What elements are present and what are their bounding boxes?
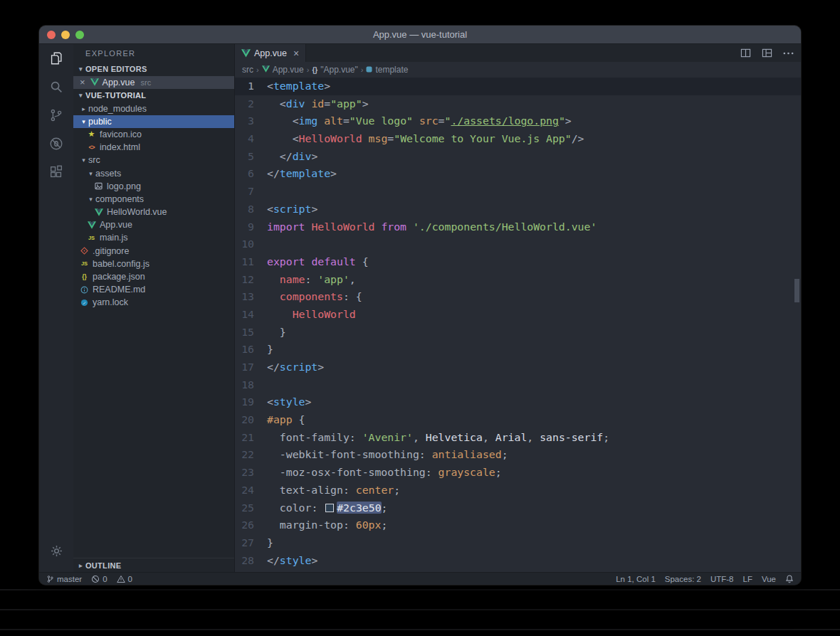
close-window-button[interactable] bbox=[47, 31, 56, 39]
minimize-window-button[interactable] bbox=[61, 31, 70, 39]
code-line-26[interactable]: 26 margin-top: 60px; bbox=[235, 516, 801, 534]
tree-item-package.json[interactable]: {}package.json bbox=[73, 270, 234, 283]
tree-item-.gitignore[interactable]: .gitignore bbox=[73, 245, 234, 258]
tree-item-main.js[interactable]: JSmain.js bbox=[73, 231, 234, 244]
line-number[interactable]: 22 bbox=[235, 446, 267, 464]
tree-item-babel.config.js[interactable]: JSbabel.config.js bbox=[73, 258, 234, 270]
activity-extensions[interactable] bbox=[39, 159, 73, 188]
tree-item-src[interactable]: ▾src bbox=[73, 154, 234, 166]
breadcrumb-app.vue[interactable]: {}"App.vue" bbox=[312, 65, 357, 75]
tree-item-README.md[interactable]: README.md bbox=[73, 283, 234, 296]
more-actions-icon[interactable] bbox=[783, 52, 794, 55]
tree-item-assets[interactable]: ▾assets bbox=[73, 166, 234, 179]
split-editor-icon[interactable] bbox=[740, 48, 751, 58]
code-line-11[interactable]: 11export default { bbox=[235, 253, 801, 271]
code-line-2[interactable]: 2 <div id="app"> bbox=[235, 95, 801, 113]
status-errors[interactable]: 0 bbox=[91, 575, 107, 583]
breadcrumb-app.vue[interactable]: App.vue bbox=[262, 65, 304, 75]
tree-item-index.html[interactable]: <>index.html bbox=[73, 141, 234, 154]
status-branch[interactable]: master bbox=[46, 575, 82, 583]
tree-item-node_modules[interactable]: ▸node_modules bbox=[73, 102, 234, 115]
zoom-window-button[interactable] bbox=[75, 31, 84, 39]
code-line-16[interactable]: 16} bbox=[235, 341, 801, 359]
code-line-21[interactable]: 21 font-family: 'Avenir', Helvetica, Ari… bbox=[235, 429, 801, 447]
tree-item-components[interactable]: ▾components bbox=[73, 193, 234, 206]
tree-item-yarn.lock[interactable]: yarn.lock bbox=[73, 296, 234, 309]
code-line-3[interactable]: 3 <img alt="Vue logo" src="./assets/logo… bbox=[235, 112, 801, 130]
line-number[interactable]: 15 bbox=[235, 324, 267, 341]
status-warnings[interactable]: 0 bbox=[117, 575, 132, 583]
open-editor-item[interactable]: × App.vue src bbox=[73, 76, 234, 90]
project-header[interactable]: ▾ VUE-TUTORIAL bbox=[73, 89, 234, 102]
code-line-7[interactable]: 7 bbox=[235, 183, 801, 201]
code-line-18[interactable]: 18 bbox=[235, 376, 801, 394]
code-line-15[interactable]: 15 } bbox=[235, 324, 801, 341]
line-number[interactable]: 13 bbox=[235, 288, 267, 306]
code-line-6[interactable]: 6</template> bbox=[235, 165, 801, 183]
line-number[interactable]: 2 bbox=[235, 95, 267, 113]
line-number[interactable]: 26 bbox=[235, 516, 267, 534]
code-line-19[interactable]: 19<style> bbox=[235, 393, 801, 411]
close-icon[interactable]: × bbox=[80, 78, 85, 87]
line-number[interactable]: 5 bbox=[235, 148, 267, 166]
tree-item-App.vue[interactable]: App.vue bbox=[73, 218, 234, 231]
activity-explorer[interactable] bbox=[39, 46, 73, 74]
line-number[interactable]: 10 bbox=[235, 235, 267, 253]
line-number[interactable]: 4 bbox=[235, 130, 267, 148]
activity-source-control[interactable] bbox=[39, 102, 73, 131]
line-number[interactable]: 20 bbox=[235, 411, 267, 429]
outline-header[interactable]: ▸ OUTLINE bbox=[73, 558, 234, 572]
line-number[interactable]: 17 bbox=[235, 359, 267, 376]
code-line-23[interactable]: 23 -moz-osx-font-smoothing: grayscale; bbox=[235, 464, 801, 482]
line-number[interactable]: 14 bbox=[235, 306, 267, 324]
line-number[interactable]: 21 bbox=[235, 429, 267, 447]
activity-debug[interactable] bbox=[39, 131, 73, 159]
color-swatch[interactable] bbox=[325, 504, 334, 512]
line-number[interactable]: 23 bbox=[235, 464, 267, 482]
code-line-10[interactable]: 10 bbox=[235, 235, 801, 253]
code-line-9[interactable]: 9import HelloWorld from './components/He… bbox=[235, 218, 801, 236]
line-number[interactable]: 8 bbox=[235, 201, 267, 218]
line-number[interactable]: 19 bbox=[235, 393, 267, 411]
line-number[interactable]: 18 bbox=[235, 376, 267, 394]
line-number[interactable]: 12 bbox=[235, 271, 267, 289]
line-number[interactable]: 7 bbox=[235, 183, 267, 201]
line-number[interactable]: 25 bbox=[235, 499, 267, 517]
code-line-13[interactable]: 13 components: { bbox=[235, 288, 801, 306]
line-number[interactable]: 3 bbox=[235, 112, 267, 130]
code-line-20[interactable]: 20#app { bbox=[235, 411, 801, 429]
status-cursor-position[interactable]: Ln 1, Col 1 bbox=[616, 575, 656, 583]
line-number[interactable]: 27 bbox=[235, 534, 267, 552]
line-number[interactable]: 11 bbox=[235, 253, 267, 271]
line-number[interactable]: 9 bbox=[235, 218, 267, 236]
tree-item-HelloWorld.vue[interactable]: HelloWorld.vue bbox=[73, 206, 234, 218]
line-number[interactable]: 28 bbox=[235, 552, 267, 570]
status-notifications[interactable] bbox=[785, 574, 794, 583]
code-line-25[interactable]: 25 color: #2c3e50; bbox=[235, 499, 801, 517]
open-editors-header[interactable]: ▾ OPEN EDITORS bbox=[73, 63, 234, 76]
code-line-22[interactable]: 22 -webkit-font-smoothing: antialiased; bbox=[235, 446, 801, 464]
status-language-mode[interactable]: Vue bbox=[762, 575, 776, 583]
code-line-28[interactable]: 28</style> bbox=[235, 552, 801, 570]
tree-item-public[interactable]: ▾public bbox=[73, 115, 234, 128]
code-line-27[interactable]: 27} bbox=[235, 534, 801, 552]
code-line-8[interactable]: 8<script> bbox=[235, 201, 801, 218]
code-line-12[interactable]: 12 name: 'app', bbox=[235, 271, 801, 289]
tree-item-favicon.ico[interactable]: ★favicon.ico bbox=[73, 128, 234, 141]
status-eol[interactable]: LF bbox=[743, 575, 752, 583]
status-encoding[interactable]: UTF-8 bbox=[710, 575, 734, 583]
code-line-4[interactable]: 4 <HelloWorld msg="Welcome to Your Vue.j… bbox=[235, 130, 801, 148]
code-line-5[interactable]: 5 </div> bbox=[235, 148, 801, 166]
status-indentation[interactable]: Spaces: 2 bbox=[665, 575, 701, 583]
code-line-17[interactable]: 17</script> bbox=[235, 359, 801, 376]
line-number[interactable]: 1 bbox=[235, 78, 267, 95]
breadcrumb-template[interactable]: template bbox=[366, 65, 408, 75]
code-line-14[interactable]: 14 HelloWorld bbox=[235, 306, 801, 324]
code-line-24[interactable]: 24 text-align: center; bbox=[235, 482, 801, 499]
close-icon[interactable]: × bbox=[293, 48, 299, 58]
line-number[interactable]: 24 bbox=[235, 482, 267, 499]
tab-app-vue[interactable]: App.vue × bbox=[235, 44, 306, 62]
line-number[interactable]: 16 bbox=[235, 341, 267, 359]
line-number[interactable]: 6 bbox=[235, 165, 267, 183]
toggle-layout-icon[interactable] bbox=[762, 48, 772, 58]
